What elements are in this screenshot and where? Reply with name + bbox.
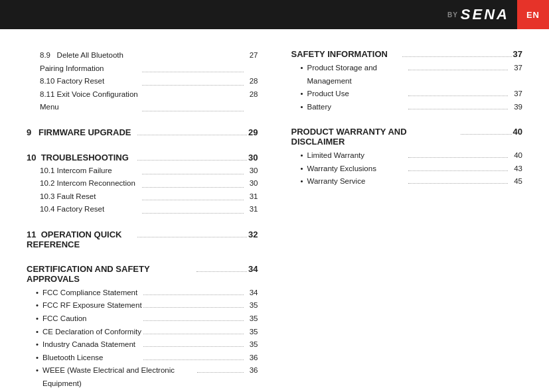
- section-11-page: 32: [248, 229, 258, 239]
- toc-entry-8-10: 8.10 Factory Reset 28: [27, 75, 258, 88]
- header: BY SENA EN: [0, 0, 549, 29]
- cert-item-bluetooth: • Bluetooth License 36: [27, 352, 258, 365]
- cert-item-weee: • WEEE (Waste Electrical and Electronic …: [27, 364, 258, 390]
- cert-section: CERTIFICATION AND SAFETY APPROVALS 34 • …: [27, 257, 258, 390]
- toc-entry-10-2: 10.2 Intercom Reconnection 30: [27, 177, 258, 190]
- warranty-item-exclusions: • Warranty Exclusions 43: [291, 163, 523, 176]
- warranty-section: PRODUCT WARRANTY AND DISCLAIMER 40 • Lim…: [291, 120, 523, 188]
- by-label: BY: [447, 11, 458, 19]
- section-8-sub: 8.9 Delete All Bluetooth Pairing Informa…: [27, 49, 258, 114]
- section-10-heading: 10 TROUBLESHOOTING: [27, 153, 136, 163]
- cert-item-industry-canada: • Industry Canada Statement 35: [27, 338, 258, 352]
- toc-entry-10-3: 10.3 Fault Reset 31: [27, 190, 258, 204]
- section-9-heading: 9 FIRMWARE UPGRADE: [27, 127, 136, 137]
- entry-page-10-4: 31: [245, 203, 258, 216]
- section-10: 10 TROUBLESHOOTING 30 10.1 Intercom Fail…: [27, 146, 258, 216]
- entry-page-10-2: 30: [245, 177, 258, 190]
- cert-item-ce-declaration: • CE Declaration of Conformity 35: [27, 326, 258, 339]
- bullet-icon: •: [36, 338, 39, 352]
- bullet-icon: •: [301, 175, 303, 188]
- warranty-item-limited: • Limited Warranty 40: [291, 149, 523, 163]
- entry-page-8-9: 27: [245, 49, 258, 75]
- entry-page-10-3: 31: [245, 190, 258, 204]
- safety-item-storage: • Product Storage and Management 37: [291, 62, 523, 88]
- cert-page: 34: [248, 264, 258, 274]
- toc-entry-8-9: 8.9 Delete All Bluetooth Pairing Informa…: [27, 49, 258, 75]
- bullet-icon: •: [301, 163, 303, 176]
- section-11-heading: 11 OPERATION QUICK REFERENCE: [27, 229, 136, 249]
- cert-item-fcc-compliance: • FCC Compliance Statement 34: [27, 287, 258, 300]
- entry-label-8-11: 8.11 Exit Voice Configuration Menu: [40, 88, 141, 114]
- section-9-page: 29: [248, 127, 258, 137]
- warranty-heading: PRODUCT WARRANTY AND DISCLAIMER: [291, 127, 460, 147]
- safety-item-product-use: • Product Use 37: [291, 88, 523, 101]
- cert-item-fcc-caution: • FCC Caution 35: [27, 312, 258, 326]
- bullet-icon: •: [301, 101, 303, 114]
- entry-page-8-10: 28: [245, 75, 258, 88]
- entry-label-8-10: 8.10 Factory Reset: [40, 75, 141, 88]
- bullet-icon: •: [36, 299, 39, 312]
- warranty-item-service: • Warranty Service 45: [291, 175, 523, 188]
- bullet-icon: •: [36, 326, 39, 339]
- toc-entry-10-1: 10.1 Intercom Failure 30: [27, 164, 258, 178]
- safety-heading: SAFETY INFORMATION: [291, 49, 401, 59]
- section-9: 9 FIRMWARE UPGRADE 29: [27, 121, 258, 139]
- toc-entry-8-11: 8.11 Exit Voice Configuration Menu 28: [27, 88, 258, 114]
- left-column: 8.9 Delete All Bluetooth Pairing Informa…: [27, 49, 272, 379]
- entry-label-10-4: 10.4 Factory Reset: [40, 203, 141, 216]
- safety-section: SAFETY INFORMATION 37 • Product Storage …: [291, 49, 523, 113]
- warranty-page: 40: [513, 127, 522, 137]
- bullet-icon: •: [36, 312, 39, 326]
- right-column: SAFETY INFORMATION 37 • Product Storage …: [285, 49, 523, 379]
- bullet-icon: •: [36, 352, 39, 365]
- bullet-icon: •: [301, 149, 303, 163]
- language-badge: EN: [517, 0, 549, 29]
- sena-brand-label: SENA: [461, 6, 509, 23]
- cert-heading: CERTIFICATION AND SAFETY APPROVALS: [27, 264, 195, 284]
- bullet-icon: •: [36, 364, 39, 377]
- entry-page-10-1: 30: [245, 164, 258, 178]
- cert-item-fcc-rf: • FCC RF Exposure Statement 35: [27, 299, 258, 312]
- entry-label-10-2: 10.2 Intercom Reconnection: [40, 177, 141, 190]
- page-content: 8.9 Delete All Bluetooth Pairing Informa…: [0, 29, 549, 392]
- brand-logo: BY SENA: [447, 6, 517, 23]
- safety-item-battery: • Battery 39: [291, 101, 523, 114]
- entry-label-10-3: 10.3 Fault Reset: [40, 190, 141, 204]
- bullet-icon: •: [36, 287, 39, 300]
- bullet-icon: •: [301, 62, 303, 75]
- section-10-page: 30: [248, 153, 258, 163]
- bullet-icon: •: [301, 88, 303, 101]
- section-11: 11 OPERATION QUICK REFERENCE 32: [27, 223, 258, 251]
- entry-page-8-11: 28: [245, 88, 258, 114]
- safety-page: 37: [513, 49, 522, 59]
- toc-entry-10-4: 10.4 Factory Reset 31: [27, 203, 258, 216]
- entry-label-10-1: 10.1 Intercom Failure: [40, 164, 141, 178]
- entry-label-8-9: 8.9 Delete All Bluetooth Pairing Informa…: [40, 49, 141, 75]
